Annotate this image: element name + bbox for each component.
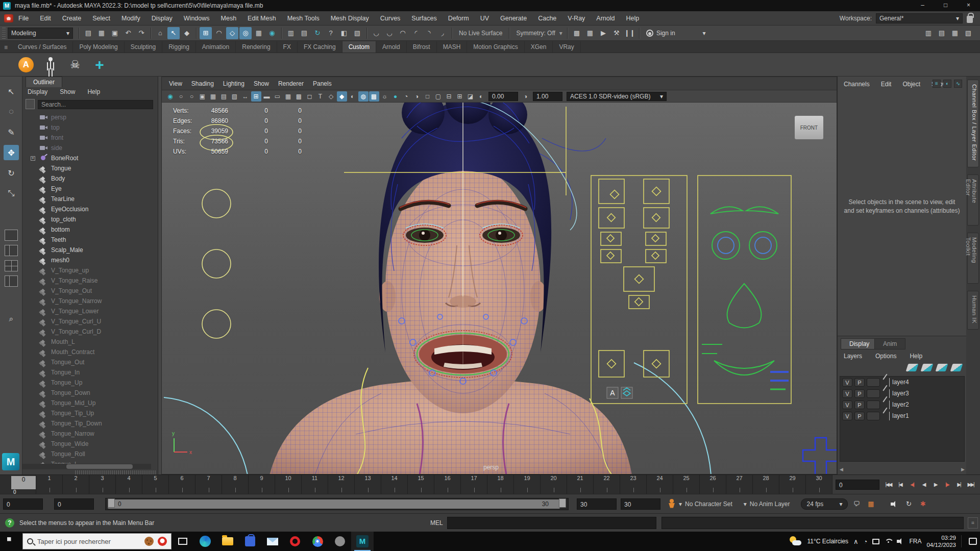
render-view-icon[interactable]: ▩ — [571, 27, 583, 39]
snap-curve-icon[interactable]: ◠ — [213, 27, 225, 39]
frame-tick[interactable]: 17 — [460, 475, 487, 494]
renderer-icon[interactable]: ◉ — [165, 91, 176, 102]
make-live-icon[interactable]: ◉ — [266, 27, 278, 39]
render-sequence-icon[interactable]: ▶ — [597, 27, 609, 39]
mel-command-input[interactable] — [447, 517, 656, 529]
layer-visibility-toggle[interactable]: V — [842, 378, 852, 387]
viewport-panel[interactable]: A y x — [161, 77, 837, 474]
isolate-select-icon[interactable]: □ — [423, 91, 433, 102]
cookie-icon[interactable] — [144, 537, 154, 546]
pause-icon[interactable]: ❙❙ — [624, 27, 636, 39]
tab-anim[interactable]: Anim — [874, 338, 905, 349]
move-layer-up-icon[interactable] — [906, 364, 919, 371]
layer-display-type-toggle[interactable] — [867, 400, 880, 409]
go-to-start-button[interactable]: |◀◀ — [883, 479, 894, 491]
ipr-render-icon[interactable]: ▦ — [584, 27, 596, 39]
xray-icon[interactable]: ▢ — [433, 91, 444, 102]
use-default-material-icon[interactable]: ◍ — [358, 91, 369, 102]
outliner-menu-item[interactable]: Show — [60, 88, 75, 95]
channel-box-menu-item[interactable]: Edit — [881, 81, 892, 88]
tab-channel-box-layer-editor[interactable]: Channel Box / Layer Editor — [967, 80, 979, 167]
outliner-item[interactable]: + bottom — [22, 224, 151, 235]
layer-display-type-toggle[interactable] — [867, 389, 880, 398]
file-save-icon[interactable]: ▣ — [109, 27, 121, 39]
frame-tick[interactable]: 18 — [487, 475, 513, 494]
play-backwards-button[interactable]: ◀ — [918, 479, 929, 491]
snap-projected-center-icon[interactable]: ◎ — [239, 27, 252, 39]
motion-blur-icon[interactable]: ◑ — [412, 91, 422, 102]
file-new-icon[interactable]: ▤ — [82, 27, 94, 39]
outliner-item[interactable]: + Tongue_Down — [22, 388, 151, 398]
weather-text[interactable]: 11°C Eclaircies — [807, 538, 848, 545]
outliner-title[interactable]: Outliner — [26, 77, 62, 87]
frame-tick[interactable]: 29 — [779, 475, 805, 494]
layer-playback-toggle[interactable]: P — [854, 378, 865, 387]
shelf-tab[interactable]: Sculpting — [125, 41, 162, 53]
menu-item[interactable]: Mesh Display — [331, 15, 369, 22]
layer-row[interactable]: V P layer2 — [840, 399, 964, 410]
outliner-item[interactable]: + top — [22, 122, 151, 133]
menu-item[interactable]: Arnold — [596, 15, 615, 22]
shelf-tab[interactable]: Poly Modeling — [73, 41, 124, 53]
layer-menu-item[interactable]: Layers — [844, 353, 862, 360]
hidden-icons-chevron[interactable]: ∧ — [853, 538, 859, 545]
outliner-item[interactable]: + V_Tongue_Raise — [22, 276, 151, 286]
shelf-item-skeleton[interactable] — [42, 56, 59, 73]
layer-playback-toggle[interactable]: P — [854, 389, 865, 398]
mel-label[interactable]: MEL — [430, 519, 443, 527]
layer-visibility-toggle[interactable]: V — [842, 389, 852, 398]
frame-tick[interactable]: 12 — [328, 475, 354, 494]
outliner-item[interactable]: + Mouth_L — [22, 337, 151, 347]
render-settings-icon[interactable]: ⚒ — [610, 27, 623, 39]
step-forward-frame-button[interactable]: ▶| — [953, 479, 965, 491]
outliner-hscrollbar[interactable] — [22, 464, 151, 469]
menu-item[interactable]: Deform — [448, 15, 469, 22]
symmetry-dropdown[interactable]: Symmetry: Off — [516, 30, 555, 37]
menu-item[interactable]: Select — [92, 15, 110, 22]
mute-audio-icon[interactable] — [889, 498, 900, 510]
scale-tool[interactable]: ⤡ — [4, 186, 19, 201]
volume-icon[interactable] — [897, 538, 904, 544]
outliner-item[interactable]: + mesh0 — [22, 255, 151, 265]
snap-grid-icon[interactable]: ⊞ — [200, 27, 212, 39]
lock-selection-icon[interactable]: ◧ — [338, 27, 350, 39]
front-view-bookmark[interactable]: FRONT — [795, 116, 823, 139]
menu-item[interactable]: Help — [626, 15, 639, 22]
layer-display-type-toggle[interactable] — [867, 412, 880, 420]
outliner-menu-item[interactable]: Help — [87, 88, 100, 95]
layer-menu-item[interactable]: Help — [910, 353, 922, 360]
frame-tick[interactable]: 2 — [62, 475, 89, 494]
outliner-item[interactable]: + Tongue_Mid_Up — [22, 398, 151, 408]
menu-item[interactable]: V-Ray — [568, 15, 585, 22]
layer-display-type-toggle[interactable] — [867, 378, 880, 387]
gamma-icon[interactable]: ◑ — [521, 91, 531, 102]
shelf-tab[interactable]: FX — [277, 41, 298, 53]
textured-icon[interactable]: ◐ — [348, 91, 358, 102]
close-button[interactable]: × — [957, 0, 980, 11]
lasso-tool[interactable]: ◌ — [4, 104, 19, 119]
panel-menu-item[interactable]: Lighting — [223, 80, 244, 87]
layer-color-swatch[interactable] — [882, 412, 890, 420]
lights-icon[interactable]: ☼ — [380, 91, 390, 102]
magnifier-layout-icon[interactable]: ⌕ — [4, 311, 19, 327]
menu-item[interactable]: Cache — [538, 15, 556, 22]
channel-speed-icon[interactable]: ◐ — [943, 80, 951, 88]
shelf-item-skull[interactable]: ☠ — [66, 56, 84, 73]
maya-taskbar-icon[interactable]: M — [351, 532, 374, 551]
playback-speed-icon[interactable]: ↻ — [903, 498, 914, 510]
shelf-tab[interactable]: Motion Graphics — [467, 41, 524, 53]
channel-box-menu-item[interactable]: Object — [902, 81, 920, 88]
chrome-icon[interactable] — [306, 532, 329, 551]
layer-row[interactable]: V P layer1 — [840, 410, 964, 421]
shelf-tab[interactable]: Bifrost — [407, 41, 437, 53]
inputs-icon[interactable]: ▥ — [285, 27, 297, 39]
channel-box-toggle-icon[interactable]: ▦ — [949, 27, 961, 39]
frame-tick[interactable]: 14 — [381, 475, 407, 494]
occlusion-icon[interactable]: ◔ — [401, 91, 411, 102]
weather-icon[interactable] — [789, 536, 802, 547]
frame-tick[interactable]: 25 — [673, 475, 699, 494]
select-hierarchy-icon[interactable]: ⌂ — [154, 27, 166, 39]
edge-icon[interactable] — [194, 532, 216, 551]
shelf-menu-icon[interactable]: ≡ — [4, 44, 8, 51]
range-slider[interactable]: 0 30 — [105, 498, 569, 510]
